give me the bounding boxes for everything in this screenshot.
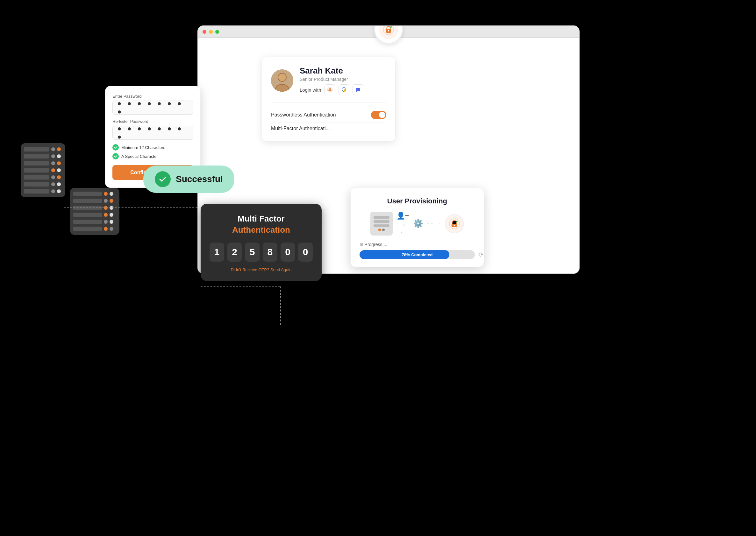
sp-dot-gray — [51, 154, 55, 158]
lock-circle-inner — [379, 25, 398, 39]
sp-row-1 — [73, 192, 116, 196]
login-icon-google[interactable] — [338, 84, 349, 95]
google-icon — [341, 87, 347, 93]
connector-line-h2 — [201, 286, 280, 287]
sp-dot-gray — [104, 220, 108, 224]
loading-spinner-icon: ⟳ — [478, 251, 484, 258]
server-panel-right — [70, 188, 120, 235]
profile-name: Sarah Kate — [300, 66, 363, 76]
browser-dot-yellow — [209, 30, 213, 34]
sp-bar — [73, 227, 102, 231]
sp-bar — [73, 199, 102, 203]
progress-bar-bg: 78% Completed — [360, 250, 475, 259]
mfa-title: Multi Factor — [210, 214, 313, 224]
server-block — [370, 212, 393, 236]
connector-line-h1 — [64, 207, 197, 208]
sp-dot-orange — [104, 227, 108, 231]
sp-bar — [73, 192, 102, 196]
sp-bar — [24, 189, 50, 193]
sp-dot-orange — [57, 175, 61, 179]
confirm-password-dots: ● ● ● ● ● ● ● ● — [117, 124, 189, 141]
sp-row-2 — [73, 199, 116, 203]
svg-rect-10 — [356, 88, 360, 91]
success-checkmark-icon — [158, 175, 167, 184]
check-special-char: A Special Character — [113, 153, 193, 159]
sp-dot-gray — [104, 199, 108, 203]
login-icon-lock[interactable] — [325, 84, 335, 95]
confirm-password-input[interactable]: ● ● ● ● ● ● ● ● — [113, 126, 193, 140]
server-dots — [378, 228, 385, 231]
sp-bar — [73, 219, 102, 224]
connector-line-v1 — [64, 153, 64, 207]
sp-row-5 — [24, 175, 62, 180]
mfa-digit-2[interactable]: 2 — [227, 243, 242, 262]
success-text: Successful — [176, 174, 223, 184]
sp-row-3 — [24, 161, 62, 165]
sp-dot-orange — [104, 192, 108, 196]
connector-line-v2 — [280, 286, 281, 325]
login-with-row: Login with — [300, 84, 363, 95]
checkmark-1 — [114, 146, 118, 149]
mfa-digit-1[interactable]: 1 — [210, 243, 224, 262]
sp-bar — [73, 213, 102, 217]
sp-bar — [24, 147, 50, 151]
sp-row-4 — [24, 168, 62, 173]
in-progress-label: In Progress ... — [360, 242, 475, 247]
sp-dot-gray — [51, 175, 55, 179]
mfa-digit-6[interactable]: 0 — [298, 243, 313, 262]
login-icon-chat[interactable] — [353, 84, 363, 95]
sp-dot-gray — [51, 189, 55, 193]
login-with-label: Login with — [300, 87, 321, 93]
mfa-digit-5[interactable]: 0 — [281, 243, 295, 262]
sp-row-6 — [73, 227, 116, 231]
right-arrow-icon: → — [400, 221, 406, 228]
mfa-digit-3[interactable]: 5 — [245, 243, 259, 262]
sp-row-4 — [73, 213, 116, 217]
passwordless-toggle[interactable] — [371, 111, 386, 119]
avatar — [271, 69, 293, 92]
sp-dot-white — [57, 183, 61, 186]
left-arrow-icon: ← — [400, 230, 405, 236]
mfa-resend-link[interactable]: Send Again — [270, 267, 292, 272]
browser-dot-red — [202, 30, 206, 34]
server-panel-left — [21, 143, 65, 197]
check-label-2: A Special Character — [121, 154, 158, 159]
passwordless-label: Passwordless Authentication — [271, 112, 336, 118]
success-badge: Successful — [143, 165, 234, 193]
lock-icon — [383, 25, 394, 35]
sp-row-2 — [24, 154, 62, 158]
sp-dot-white — [110, 213, 113, 217]
dashed-arrow-icon: - - → — [427, 220, 441, 227]
svg-rect-9 — [328, 89, 331, 91]
check-icon-2 — [113, 153, 119, 159]
mfa-card: Multi Factor Authentication 1 2 5 8 0 0 … — [201, 204, 322, 281]
profile-info: Sarah Kate Senior Product Manager Login … — [300, 66, 363, 95]
password-input[interactable]: ● ● ● ● ● ● ● ● — [113, 101, 193, 115]
server-dot-1 — [378, 228, 381, 231]
sp-row-7 — [24, 189, 62, 193]
sp-dot-gray — [51, 161, 55, 165]
progress-row: 78% Completed ⟳ — [360, 250, 475, 259]
svg-point-13 — [454, 225, 455, 226]
mfa-row: Multi-Factor Authenticati... — [271, 122, 386, 135]
server-bar-1 — [373, 216, 390, 219]
server-bar-2 — [373, 220, 390, 223]
sp-dot-orange — [51, 168, 55, 172]
sp-dot-gray — [51, 183, 55, 186]
sp-dot-white — [110, 220, 113, 224]
passwordless-row: Passwordless Authentication — [271, 108, 386, 122]
sp-bar — [24, 175, 50, 180]
sp-bar — [73, 206, 102, 210]
svg-point-6 — [278, 74, 286, 81]
checkmark-2 — [114, 154, 118, 158]
sp-dot-white — [57, 154, 61, 158]
sp-dot-white — [110, 192, 113, 196]
success-check-circle — [155, 171, 171, 187]
password-dots: ● ● ● ● ● ● ● ● — [117, 99, 189, 116]
mfa-digit-4[interactable]: 8 — [263, 243, 277, 262]
sp-dot-gray — [51, 148, 55, 151]
reenter-password-label: Re-Enter Password — [113, 119, 193, 124]
sp-dot-gray — [110, 227, 113, 231]
profile-top: Sarah Kate Senior Product Manager Login … — [271, 66, 386, 95]
progress-label: 78% Completed — [402, 252, 433, 257]
